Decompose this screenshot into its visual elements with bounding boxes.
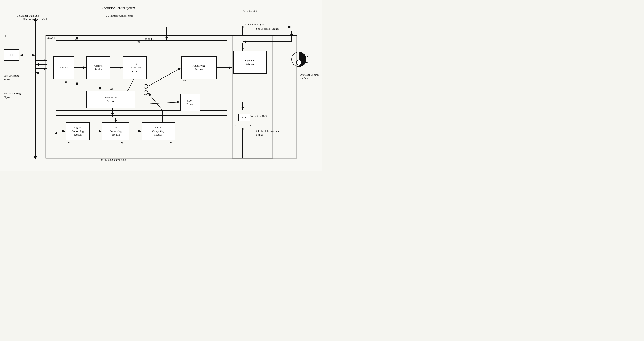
label-60b: 60b Switching Signal (4, 74, 19, 81)
label-52: 52 (121, 142, 124, 145)
label-20b: 20b Fault Instruction Signal (256, 129, 279, 137)
amplifying-box: Amplifying Section (181, 56, 216, 79)
interface-label: Interface (59, 66, 68, 69)
control-section-box: Control Section (86, 56, 110, 79)
svg-point-19 (144, 84, 148, 88)
sov-label: SOV (242, 116, 246, 119)
diagram-container: FCC 60 70 Digital Data Bus 60a Instructi… (0, 0, 322, 170)
label-41: 41 (110, 87, 113, 91)
fcc-box: FCC (4, 49, 19, 61)
label-20a: 20a Control Signal (244, 23, 264, 26)
label-70: 70 Digital Data Bus (17, 14, 39, 17)
label-30: 30 Primary Control Unit (106, 14, 133, 17)
svg-marker-9 (34, 156, 37, 159)
flight-surface-symbol (290, 51, 308, 69)
label-81: 81 (250, 124, 253, 127)
svg-point-20 (144, 90, 148, 95)
signal-converting-label: Signal Converting Section (72, 126, 84, 137)
cylinder-actuator-label: Cylinder Actuator (245, 59, 255, 66)
servo-computing-box: Servo Computing Section (142, 122, 175, 140)
svg-line-62 (306, 54, 308, 57)
svg-line-63 (306, 62, 308, 63)
label-10: 10 Actuator Control System (100, 6, 135, 10)
label-32: 32 (138, 40, 140, 44)
da-converting2-label: D/A Converting Section (110, 126, 122, 137)
label-60a: 60a Instruction Signal (23, 17, 47, 20)
da-converting2-box: D/A Converting Section (102, 122, 129, 140)
svg-point-30 (242, 34, 244, 36)
svg-line-57 (146, 102, 181, 104)
svg-point-32 (242, 26, 244, 28)
label-22relay: 22 Relay (145, 37, 154, 41)
fcc-label: FCC (8, 53, 14, 57)
label-50: 50 Backup Control Unit (100, 158, 126, 162)
signal-converting-box: Signal Converting Section (66, 122, 90, 140)
control-section-label: Control Section (94, 64, 103, 71)
svg-point-47 (242, 128, 244, 130)
label-60: 60 (4, 34, 6, 38)
cylinder-actuator-box: Cylinder Actuator (233, 51, 266, 74)
interface-box: Interface (53, 56, 74, 79)
label-31: 31 (75, 37, 78, 40)
da-converting-label: D/A Converting Section (129, 62, 141, 73)
label-20c: 20c Monitoring Signal (4, 92, 20, 99)
monitoring-label: Monitoring Section (105, 96, 117, 103)
label-20ace: 20 ACE (47, 36, 56, 40)
sov-box: SOV (238, 114, 250, 121)
da-converting-box: D/A Converting Section (123, 56, 147, 79)
monitoring-box: Monitoring Section (86, 90, 136, 108)
label-15: 15 Actuator Unit (240, 9, 258, 13)
label-42: 42 (183, 79, 186, 82)
svg-line-42 (148, 93, 162, 110)
sov-driver-box: SOV Driver (180, 94, 200, 111)
servo-computing-label: Servo Computing Section (152, 126, 164, 137)
label-90: 90 Flight Control Surface (300, 73, 319, 80)
sov-driver-label: SOV Driver (186, 99, 194, 106)
amplifying-label: Amplifying Section (193, 64, 205, 71)
svg-line-21 (148, 68, 181, 86)
label-80a: 80a Feedback Signal (256, 27, 279, 30)
svg-point-61 (296, 60, 302, 65)
label-51: 51 (68, 142, 70, 145)
label-21: 21 (64, 80, 67, 83)
label-80: 80 (234, 124, 237, 127)
label-53: 53 (170, 142, 172, 145)
diagram-svg (0, 0, 322, 170)
